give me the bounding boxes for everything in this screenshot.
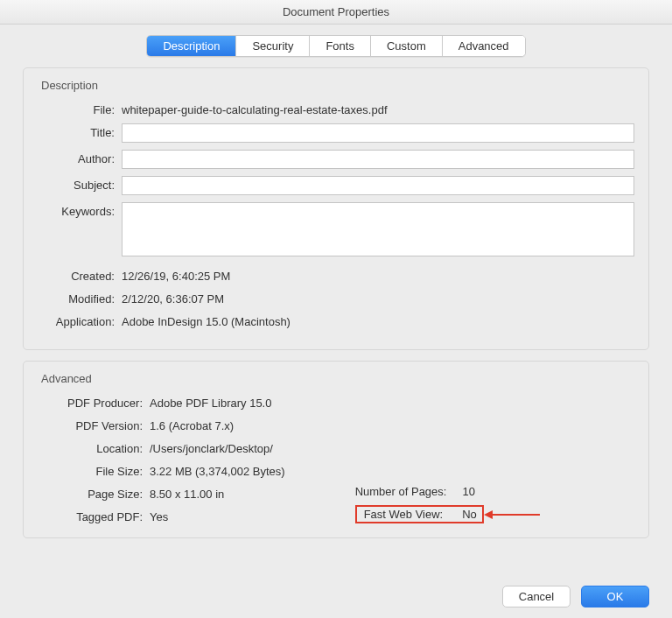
modified-value: 2/12/20, 6:36:07 PM — [122, 290, 634, 305]
cancel-button[interactable]: Cancel — [502, 586, 570, 607]
file-size-value: 3.22 MB (3,374,002 Bytes) — [150, 462, 285, 478]
author-label: Author: — [38, 150, 122, 165]
pdf-version-label: PDF Version: — [38, 417, 150, 432]
tab-advanced[interactable]: Advanced — [443, 36, 525, 56]
advanced-heading: Advanced — [38, 370, 634, 394]
tab-custom[interactable]: Custom — [371, 36, 443, 56]
tab-security[interactable]: Security — [236, 36, 310, 56]
tabs: Description Security Fonts Custom Advanc… — [0, 25, 672, 64]
ok-button[interactable]: OK — [581, 586, 649, 607]
num-pages-label: Number of Pages: — [355, 485, 454, 498]
file-size-label: File Size: — [38, 462, 150, 478]
file-value: whitepaper-guide-to-calculating-real-est… — [122, 101, 634, 116]
tab-fonts[interactable]: Fonts — [310, 36, 371, 56]
author-input[interactable] — [122, 150, 634, 169]
page-size-value: 8.50 x 11.00 in — [150, 485, 285, 501]
description-heading: Description — [38, 77, 634, 101]
title-label: Title: — [38, 123, 122, 139]
keywords-input[interactable] — [122, 202, 634, 256]
created-value: 12/26/19, 6:40:25 PM — [122, 267, 634, 283]
num-pages-value: 10 — [453, 485, 474, 498]
advanced-panel: Advanced PDF Producer: Adobe PDF Library… — [23, 361, 649, 538]
title-input[interactable] — [122, 123, 634, 143]
title-bar: Document Properties — [0, 0, 672, 25]
arrow-icon — [491, 514, 540, 516]
fast-web-view-highlight: Fast Web View: No — [355, 505, 484, 523]
fast-web-view-value: No — [453, 508, 477, 521]
tab-description[interactable]: Description — [147, 36, 236, 56]
keywords-label: Keywords: — [38, 202, 122, 218]
application-value: Adobe InDesign 15.0 (Macintosh) — [122, 313, 634, 328]
location-label: Location: — [38, 439, 150, 455]
dialog-footer: Cancel OK — [502, 586, 649, 607]
application-label: Application: — [38, 313, 122, 328]
subject-label: Subject: — [38, 176, 122, 192]
window-title: Document Properties — [283, 5, 389, 18]
pdf-producer-label: PDF Producer: — [38, 394, 150, 410]
description-panel: Description File: whitepaper-guide-to-ca… — [23, 67, 649, 350]
location-value: /Users/jonclark/Desktop/ — [150, 439, 285, 455]
modified-label: Modified: — [38, 290, 122, 305]
pdf-version-value: 1.6 (Acrobat 7.x) — [150, 417, 285, 432]
file-label: File: — [38, 101, 122, 116]
tagged-pdf-label: Tagged PDF: — [38, 508, 150, 523]
created-label: Created: — [38, 267, 122, 283]
pdf-producer-value: Adobe PDF Library 15.0 — [150, 394, 285, 410]
subject-input[interactable] — [122, 176, 634, 195]
tagged-pdf-value: Yes — [150, 508, 285, 523]
fast-web-view-label: Fast Web View: — [364, 508, 454, 521]
page-size-label: Page Size: — [38, 485, 150, 501]
